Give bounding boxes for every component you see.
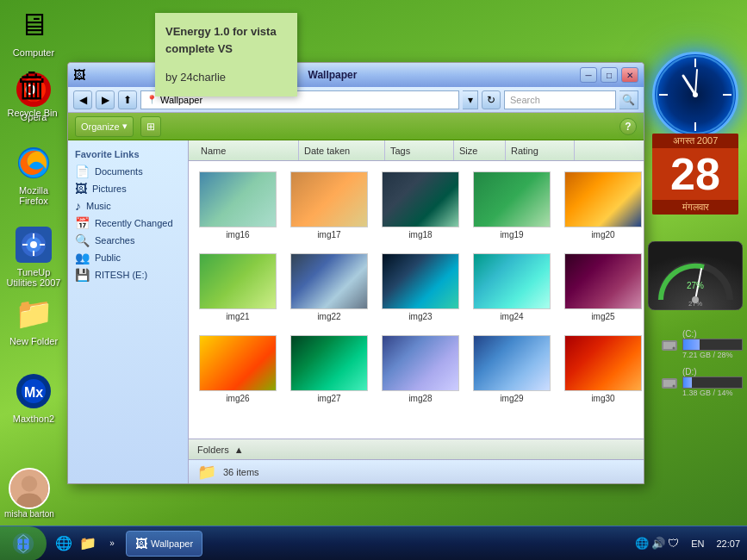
sidebar-item-public[interactable]: 👥 Public (68, 249, 188, 266)
sidebar-item-documents[interactable]: 📄 Documents (68, 163, 188, 180)
cal-month-year: अगस्त 2007 (652, 134, 738, 148)
file-item-img19[interactable]: img19 (470, 168, 554, 243)
file-item-img26[interactable]: img26 (196, 332, 280, 407)
desktop-icon-recycle[interactable]: 🗑 Recycle Bin (0, 65, 65, 118)
svg-text:Mx: Mx (24, 385, 43, 400)
file-thumb-img28 (382, 335, 459, 391)
help-button[interactable]: ? (619, 118, 637, 135)
svg-point-30 (673, 346, 675, 349)
organize-button[interactable]: Organize ▾ (75, 116, 134, 137)
folders-label: Folders (197, 445, 229, 455)
sidebar-item-recently-changed[interactable]: 📅 Recently Changed (68, 215, 188, 232)
desktop-icon-tuneup[interactable]: TuneUp Utilities 2007 (3, 224, 64, 288)
file-thumb-img27 (290, 335, 368, 391)
desktop-icon-computer[interactable]: 🖥 Computer (3, 4, 64, 58)
sidebar-item-music[interactable]: ♪ Music (68, 197, 188, 215)
language-indicator: EN (686, 538, 709, 549)
security-tray-icon[interactable]: 🛡 (668, 537, 679, 550)
search-placeholder: Search (510, 95, 540, 105)
file-grid: img16img17img18img19img20img21img22img23… (189, 161, 644, 439)
start-button[interactable] (0, 526, 47, 561)
file-item-img25[interactable]: img25 (561, 250, 644, 325)
file-name-img25: img25 (591, 312, 614, 321)
svg-rect-38 (24, 544, 29, 549)
sticky-line1: VEnergy 1.0 for vista (165, 23, 287, 40)
file-item-img28[interactable]: img28 (378, 332, 463, 407)
folders-toggle[interactable]: Folders ▲ (189, 439, 644, 459)
svg-point-8 (30, 241, 37, 248)
taskbar-icon-arrow[interactable]: » (102, 533, 122, 554)
file-item-img29[interactable]: img29 (470, 332, 554, 407)
network-tray-icon[interactable]: 🌐 (635, 537, 649, 550)
views-button[interactable]: ⊞ (140, 116, 161, 137)
searches-icon: 🔍 (75, 233, 90, 247)
col-rating[interactable]: Rating (506, 140, 575, 160)
svg-rect-36 (24, 538, 29, 544)
file-thumb-img23 (382, 253, 459, 309)
folder-label: New Folder (9, 336, 58, 346)
file-name-img17: img17 (317, 230, 340, 240)
user-photo-area[interactable]: misha barton (0, 468, 59, 519)
minimize-button[interactable]: ─ (580, 67, 597, 83)
file-item-img24[interactable]: img24 (470, 250, 554, 325)
col-name[interactable]: Name (196, 140, 299, 160)
taskbar-icon-folder[interactable]: 📁 (78, 533, 98, 554)
refresh-button[interactable]: ↻ (482, 90, 501, 109)
svg-line-20 (683, 76, 695, 95)
desktop-icon-maxthon[interactable]: Mx Maxthon2 (3, 370, 64, 424)
file-name-img26: img26 (226, 394, 249, 403)
sticky-line4: by 24charlie (165, 69, 287, 86)
drive-d-bar (682, 376, 743, 389)
file-name-img18: img18 (408, 230, 432, 240)
col-date-taken[interactable]: Date taken (299, 140, 385, 160)
sidebar-item-searches[interactable]: 🔍 Searches (68, 232, 188, 249)
file-thumb-img18 (382, 171, 459, 227)
ritesh-drive-icon: 💾 (75, 268, 90, 282)
up-button[interactable]: ⬆ (118, 90, 137, 109)
back-button[interactable]: ◀ (73, 90, 92, 109)
volume-tray-icon[interactable]: 🔊 (651, 537, 665, 550)
taskbar-clock: 22:07 (716, 538, 740, 549)
file-item-img17[interactable]: img17 (287, 168, 371, 243)
file-thumb-img16 (199, 171, 277, 227)
file-item-img18[interactable]: img18 (378, 168, 463, 243)
organize-label: Organize (81, 121, 120, 132)
file-thumb-img21 (199, 253, 277, 309)
file-thumb-img22 (290, 253, 368, 309)
file-name-img30: img30 (591, 394, 614, 403)
file-item-img30[interactable]: img30 (561, 332, 644, 407)
search-submit-button[interactable]: 🔍 (619, 90, 638, 109)
svg-point-22 (693, 92, 698, 97)
computer-label: Computer (13, 47, 54, 58)
search-bar[interactable]: Search (504, 90, 616, 109)
forward-button[interactable]: ▶ (96, 90, 115, 109)
file-item-img16[interactable]: img16 (196, 168, 280, 243)
sticky-line2: complete VS (165, 40, 287, 58)
file-item-img22[interactable]: img22 (287, 250, 371, 325)
svg-text:27%: 27% (688, 300, 702, 308)
file-item-img21[interactable]: img21 (196, 250, 280, 325)
file-name-img28: img28 (408, 394, 432, 403)
explorer-window: 🖼 Wallpaper ─ □ ✕ ◀ ▶ ⬆ 📍 Wallpaper ▾ ↻ … (67, 62, 644, 484)
address-dropdown[interactable]: ▾ (463, 90, 478, 109)
col-tags[interactable]: Tags (385, 140, 454, 160)
taskbar-window-wallpaper[interactable]: 🖼 Wallpaper (126, 531, 202, 557)
file-name-img20: img20 (591, 230, 614, 240)
col-size[interactable]: Size (454, 140, 506, 160)
file-thumb-img17 (290, 171, 368, 227)
sidebar-item-pictures[interactable]: 🖼 Pictures (68, 180, 188, 197)
taskbar-icon-ie[interactable]: 🌐 (53, 533, 74, 554)
desktop-icon-firefox[interactable]: Mozilla Firefox (3, 142, 64, 206)
file-item-img20[interactable]: img20 (561, 168, 644, 243)
sidebar-pictures-label: Pictures (92, 184, 127, 194)
file-item-img27[interactable]: img27 (287, 332, 371, 407)
taskbar-right: 🌐 🔊 🛡 EN 22:07 (635, 537, 747, 550)
maximize-button[interactable]: □ (601, 67, 618, 83)
recycle-label: Recycle Bin (7, 108, 57, 118)
sidebar-item-ritesh[interactable]: 💾 RITESH (E:) (68, 266, 188, 283)
close-button[interactable]: ✕ (621, 67, 638, 83)
desktop-icon-folder[interactable]: 📁 New Folder (3, 293, 64, 346)
file-thumb-img25 (564, 253, 642, 309)
recently-changed-icon: 📅 (75, 216, 90, 230)
file-item-img23[interactable]: img23 (378, 250, 463, 325)
